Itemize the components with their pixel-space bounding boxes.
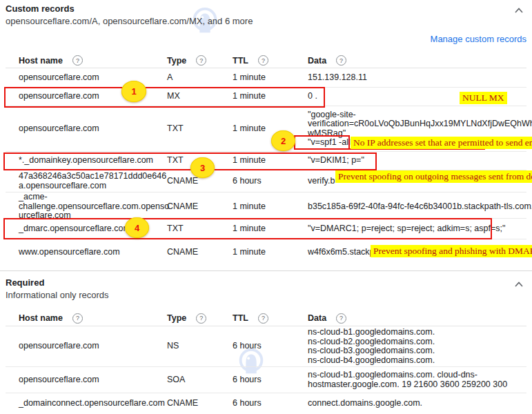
data-cell-text: "v=DMARC1; p=reject; sp=reject; adkim=s;… — [308, 224, 526, 234]
data-cell-text: "v=DKIM1; p=" — [308, 156, 526, 166]
ttl-cell-text: 1 minute — [233, 248, 308, 257]
data-header-label: Data — [308, 56, 326, 66]
data-cell-text: hostmaster.google.com. 19 21600 3600 259… — [308, 380, 526, 390]
table-row: opensourceflare.comNS6 hoursns-cloud-b1.… — [6, 326, 526, 367]
ttl-cell-text: 1 minute — [233, 73, 308, 83]
data-cell-text: w4f6x6m5.stackp — [308, 248, 526, 257]
ttl-cell-text: 1 minute — [233, 224, 308, 234]
type-cell-text: TXT — [167, 156, 233, 166]
help-icon[interactable]: ? — [258, 313, 268, 324]
custom-records-table: Host name ? Type ? TTL ? Data ? opensour… — [6, 53, 526, 265]
host-cell: opensourceflare.com — [19, 92, 167, 101]
data-cell-text: 151.139.128.11 — [308, 73, 526, 83]
data-cell: ns-cloud-b1.googledomains.com.ns-cloud-b… — [308, 328, 526, 365]
data-cell-text: verification=cR0oLVoQbJBunHqJxx19MYLNdXf… — [308, 119, 532, 129]
host-cell-text: *._domainkey.opensourceflare.com — [19, 156, 167, 166]
column-header-type: Type ? — [167, 55, 233, 66]
host-cell: 47a368246a3c50ac1e78171ddd0e646a.opensou… — [19, 172, 167, 190]
help-icon[interactable]: ? — [72, 313, 83, 324]
host-cell: opensourceflare.com — [19, 375, 167, 385]
custom-records-rows: opensourceflare.comA1 minute151.139.128.… — [6, 68, 526, 265]
help-icon[interactable]: ? — [196, 313, 206, 324]
data-cell: b35c185a-69f2-40fa-94fc-fe4c6b34001b.sta… — [308, 202, 532, 212]
type-cell: A — [167, 73, 233, 83]
data-cell-text: ns-cloud-b4.googledomains.com. — [308, 356, 526, 366]
data-cell-text: ns-cloud-b1.googledomains.com. — [308, 328, 526, 337]
table-row: _dmarc.opensourceflare.comTXT1 minute"v=… — [6, 219, 526, 239]
host-cell: *._domainkey.opensourceflare.com — [19, 156, 167, 166]
type-cell: MX — [167, 92, 233, 101]
host-cell: _domainconnect.opensourceflare.com — [19, 399, 167, 408]
host-cell-text: opensourceflare.com — [19, 92, 167, 101]
type-cell-text: CNAME — [167, 202, 233, 212]
data-cell: ns-cloud-b1.googledomains.com. cloud-dns… — [308, 371, 526, 389]
data-cell-text: 0 . — [308, 92, 526, 101]
ttl-header-label: TTL — [233, 56, 248, 66]
ttl-cell-text: 6 hours — [233, 375, 308, 385]
dns-records-page: Custom records opensourceflare.com/A, op… — [0, 0, 532, 414]
ttl-cell: 6 hours — [233, 375, 308, 385]
host-cell-text: _domainconnect.opensourceflare.com — [19, 399, 167, 408]
ttl-cell: 1 minute — [233, 92, 308, 101]
ttl-cell: 6 hours — [233, 177, 308, 186]
ttl-cell: 1 minute — [233, 224, 308, 234]
data-cell-text: "google-site- — [308, 110, 532, 120]
data-cell-text: wMSRag" — [308, 129, 532, 139]
custom-records-section: Custom records opensourceflare.com/A, op… — [0, 0, 532, 265]
collapse-chevron-up-icon[interactable] — [513, 279, 525, 289]
type-cell-text: CNAME — [167, 248, 233, 257]
type-cell: TXT — [167, 156, 233, 166]
required-records-section: Required Informational only records Host… — [0, 271, 532, 414]
table-row: _acme-challenge.opensourceflare.com.open… — [6, 193, 526, 219]
data-cell: 151.139.128.11 — [308, 73, 526, 83]
data-cell: "google-site-verification=cR0oLVoQbJBunH… — [308, 110, 532, 148]
column-header-type: Type ? — [167, 313, 233, 324]
help-icon[interactable]: ? — [336, 313, 346, 324]
type-cell: TXT — [167, 124, 233, 134]
help-icon[interactable]: ? — [196, 55, 206, 66]
data-cell: connect.domains.google.com. — [308, 399, 526, 408]
type-cell-text: TXT — [167, 224, 233, 234]
collapse-chevron-up-icon[interactable] — [513, 6, 525, 15]
table-row: 47a368246a3c50ac1e78171ddd0e646a.opensou… — [6, 170, 526, 193]
type-cell: TXT — [167, 224, 233, 234]
manage-custom-records-link[interactable]: Manage custom records — [431, 34, 526, 44]
type-cell: NS — [167, 342, 233, 351]
type-cell-text: SOA — [167, 375, 233, 385]
host-cell-text: opensourceflare.com — [19, 375, 167, 385]
column-header-data: Data ? — [308, 55, 526, 66]
help-icon[interactable]: ? — [336, 55, 346, 66]
help-icon[interactable]: ? — [258, 55, 268, 66]
data-header-label: Data — [308, 313, 326, 323]
host-cell-text: www.opensourceflare.com — [19, 248, 167, 257]
data-cell-text: ns-cloud-b1.googledomains.com. cloud-dns… — [308, 371, 526, 380]
ttl-cell: 6 hours — [233, 342, 308, 351]
host-cell-text: a.opensourceflare.com — [19, 181, 167, 191]
type-header-label: Type — [167, 313, 186, 323]
type-cell-text: TXT — [167, 124, 233, 134]
type-header-label: Type — [167, 56, 186, 66]
section-title-required: Required — [6, 271, 526, 288]
data-cell: "v=DKIM1; p=" — [308, 156, 526, 166]
ttl-cell: 1 minute — [233, 248, 308, 257]
ttl-cell-text: 6 hours — [233, 177, 308, 186]
required-records-rows: opensourceflare.comNS6 hoursns-cloud-b1.… — [6, 326, 526, 414]
help-icon[interactable]: ? — [72, 55, 83, 66]
data-cell: 0 . — [308, 92, 526, 101]
host-cell: www.opensourceflare.com — [19, 248, 167, 257]
host-cell-text: opensourceflare.com — [19, 73, 167, 83]
table-row: opensourceflare.comSOA6 hoursns-cloud-b1… — [6, 367, 526, 393]
column-header-ttl: TTL ? — [233, 55, 308, 66]
ttl-cell-text: 6 hours — [233, 399, 308, 408]
data-cell-text: ns-cloud-b2.googledomains.com. — [308, 337, 526, 347]
type-cell-text: CNAME — [167, 177, 233, 186]
section-subtitle-custom-records: opensourceflare.com/A, opensourceflare.c… — [6, 17, 526, 26]
ttl-cell: 1 minute — [233, 156, 308, 166]
data-cell: verify.b — [308, 177, 526, 186]
host-cell-text: challenge.opensourceflare.com.openso — [19, 202, 167, 212]
table-row: _domainconnect.opensourceflare.comCNAME6… — [6, 393, 526, 414]
host-cell-text: urceflare.com — [19, 211, 167, 221]
required-records-table: Host name ? Type ? TTL ? Data ? opensour… — [6, 310, 526, 414]
host-cell: opensourceflare.com — [19, 73, 167, 83]
data-cell: w4f6x6m5.stackp — [308, 248, 526, 257]
